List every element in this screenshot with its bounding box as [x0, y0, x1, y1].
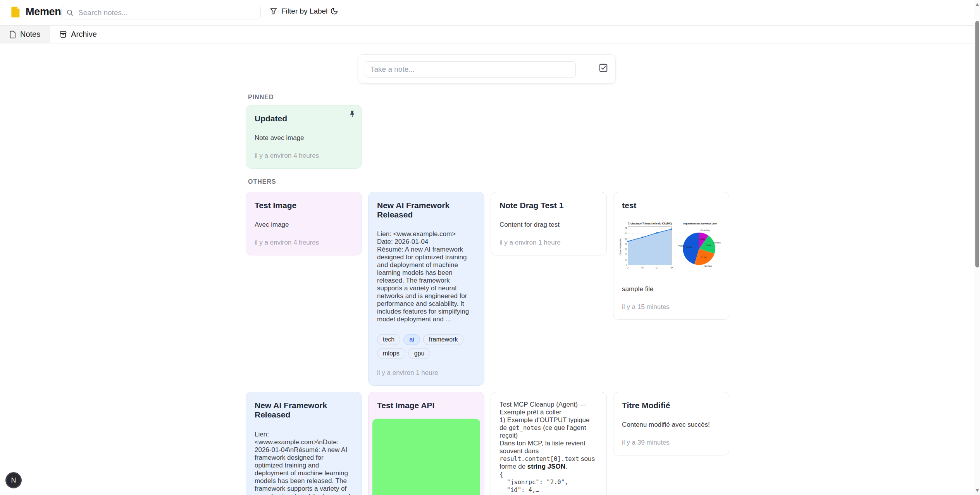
note-card[interactable]: Titre ModifiéContenu modifié avec succès… — [613, 392, 729, 455]
note-chart-thumbnails: Croissance Trimestrielle du CA (M€)01020… — [618, 219, 724, 274]
note-timestamp: il y a 15 minutes — [622, 303, 720, 311]
note-timestamp: il y a environ 4 heures — [255, 152, 353, 160]
tab-notes-label: Notes — [20, 30, 40, 39]
svg-text:Q4: Q4 — [670, 266, 673, 269]
theme-toggle-button[interactable] — [329, 6, 339, 16]
search-icon — [66, 9, 74, 16]
svg-text:10.0%: 10.0% — [699, 238, 705, 240]
note-timestamp: il y a 39 minutes — [622, 439, 720, 447]
note-title: New AI Framework Released — [377, 201, 475, 219]
tab-bar: Notes Archive — [0, 26, 974, 43]
note-timestamp: il y a environ 1 heure — [377, 369, 475, 377]
note-composer — [358, 54, 616, 84]
note-content: Content for drag test — [499, 221, 598, 229]
pinned-section-label: PINNED — [248, 94, 274, 101]
svg-text:Chiffre d'affaires (M€): Chiffre d'affaires (M€) — [620, 238, 622, 255]
svg-text:25.0%: 25.0% — [701, 256, 707, 259]
svg-text:45.8%: 45.8% — [687, 246, 692, 248]
note-file-icon — [10, 6, 21, 18]
note-image[interactable] — [372, 419, 480, 495]
note-card[interactable]: Test ImageAvec imageil y a environ 4 heu… — [246, 192, 362, 255]
avatar[interactable]: N — [5, 472, 22, 488]
note-content: Lien: <www.example.com>\nDate: 2026-01-0… — [255, 431, 353, 495]
avatar-initial: N — [11, 476, 16, 485]
note-card[interactable]: New AI Framework ReleasedLien: <www.exam… — [246, 392, 362, 495]
svg-text:Consulting: Consulting — [701, 229, 710, 231]
svg-text:Croissance Trimestrielle du CA: Croissance Trimestrielle du CA (M€) — [628, 222, 672, 225]
svg-text:20.0%: 20.0% — [706, 245, 712, 247]
note-timestamp: il y a environ 4 heures — [255, 239, 353, 247]
svg-text:0: 0 — [626, 264, 627, 266]
label-tag[interactable]: tech — [377, 334, 400, 345]
note-title: Note Drag Test 1 — [499, 201, 598, 210]
svg-text:20: 20 — [625, 253, 627, 255]
others-section-label: OTHERS — [248, 178, 276, 185]
note-card[interactable]: Note Drag Test 1Content for drag testil … — [491, 192, 607, 255]
search-box[interactable] — [61, 6, 261, 19]
svg-text:30: 30 — [625, 248, 627, 250]
svg-text:Produits: Produits — [678, 245, 685, 247]
vertical-scrollbar[interactable] — [974, 0, 980, 495]
note-card[interactable]: Test Image API — [368, 392, 484, 495]
scroll-down-arrow-icon[interactable] — [975, 489, 979, 492]
note-title: Titre Modifié — [622, 401, 720, 410]
note-card[interactable]: testCroissance Trimestrielle du CA (M€)0… — [613, 192, 729, 320]
svg-text:70: 70 — [625, 227, 627, 229]
note-card[interactable]: New AI Framework ReleasedLien: <www.exam… — [368, 192, 484, 386]
svg-text:60: 60 — [625, 232, 627, 235]
tab-archive[interactable]: Archive — [50, 26, 106, 43]
file-icon — [9, 31, 16, 38]
svg-text:Services: Services — [705, 265, 713, 267]
note-title: test — [622, 201, 720, 210]
note-timestamp: il y a environ 1 heure — [499, 239, 598, 247]
svg-text:Q2: Q2 — [641, 266, 644, 269]
label-tag[interactable]: ai — [403, 334, 420, 345]
label-tag[interactable]: gpu — [408, 348, 431, 359]
svg-text:Q1: Q1 — [627, 266, 629, 269]
note-content: sample file — [622, 285, 720, 293]
note-title: Test Image — [255, 201, 353, 210]
take-a-note-input[interactable] — [365, 61, 576, 78]
note-title: Test Image API — [377, 401, 475, 410]
label-tag[interactable]: framework — [423, 334, 464, 345]
note-card[interactable]: UpdatedNote avec imageil y a environ 4 h… — [246, 105, 362, 169]
scrollbar-thumb[interactable] — [975, 21, 979, 267]
others-notes-grid: Test ImageAvec imageil y a environ 4 heu… — [246, 192, 735, 495]
svg-text:Licences: Licences — [713, 241, 721, 244]
note-content: Test MCP Cleanup (Agent) — Exemple prêt … — [499, 401, 598, 494]
pie-chart-thumbnail[interactable]: Répartition des Revenus 202445.8%Produit… — [677, 219, 724, 273]
svg-text:Q3: Q3 — [656, 266, 658, 269]
pin-icon[interactable] — [348, 110, 356, 118]
note-title: Updated — [255, 114, 353, 123]
note-content: Contenu modifié avec succès! — [622, 421, 720, 429]
svg-text:10: 10 — [625, 259, 627, 261]
checkbox-icon[interactable] — [598, 63, 608, 73]
pinned-notes-grid: UpdatedNote avec imageil y a environ 4 h… — [246, 105, 362, 169]
svg-text:Répartition des Revenus 2024: Répartition des Revenus 2024 — [683, 222, 718, 225]
moon-icon — [330, 7, 338, 15]
area-chart-thumbnail[interactable]: Croissance Trimestrielle du CA (M€)01020… — [618, 219, 673, 274]
app-header: Memento Filter by Label — [0, 0, 974, 26]
note-content: Lien: <www.example.com> Date: 2026-01-04… — [377, 230, 475, 323]
tab-notes[interactable]: Notes — [0, 26, 50, 43]
note-tags: techaiframeworkmlopsgpu — [377, 334, 475, 359]
label-tag[interactable]: mlops — [377, 348, 405, 359]
filter-by-label-button[interactable]: Filter by Label — [267, 7, 330, 16]
funnel-icon — [270, 7, 277, 15]
svg-text:50: 50 — [625, 238, 627, 240]
note-card[interactable]: Test MCP Cleanup (Agent) — Exemple prêt … — [491, 392, 607, 495]
archive-icon — [59, 31, 67, 38]
svg-text:40: 40 — [625, 243, 627, 245]
note-content: Note avec image — [255, 134, 353, 142]
note-title: New AI Framework Released — [255, 401, 353, 419]
scroll-up-arrow-icon[interactable] — [975, 3, 979, 6]
tab-archive-label: Archive — [71, 30, 97, 39]
search-input[interactable] — [78, 8, 256, 17]
note-content: Avec image — [255, 221, 353, 229]
filter-by-label-text: Filter by Label — [281, 7, 327, 16]
